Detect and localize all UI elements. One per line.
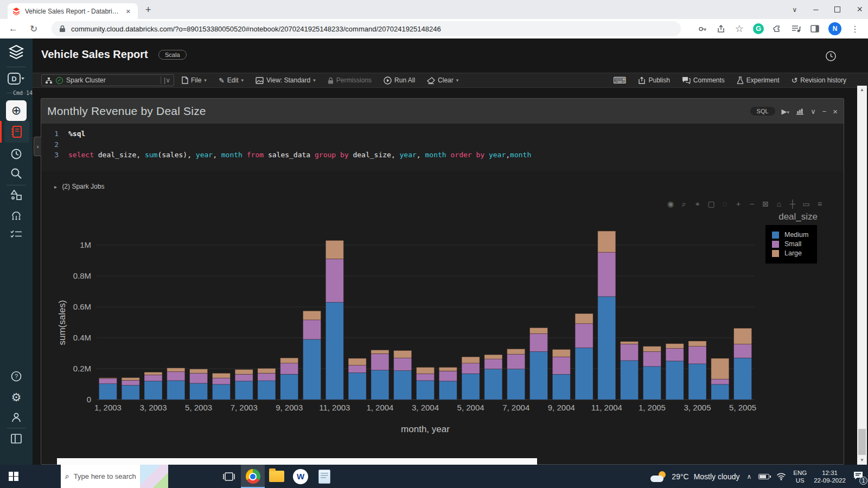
sidebar-item-recents[interactable] [0,148,33,160]
scrollbar[interactable]: ▲ ▼ [857,86,867,465]
window-maximize-button[interactable] [834,7,840,12]
shortcuts-keyboard-icon[interactable]: ⌨ [613,75,627,86]
view-menu[interactable]: View: Standard▾ [256,76,316,84]
spark-jobs-toggle[interactable]: ▸ (2) Spark Jobs [54,183,104,190]
svg-text:5, 2004: 5, 2004 [457,403,484,412]
browser-menu-dots-icon[interactable]: ⋮ [851,24,859,34]
publish-button[interactable]: Publish [638,76,669,84]
tab-close-icon[interactable]: × [126,7,131,15]
start-button[interactable] [0,465,27,488]
taskbar-chrome-button[interactable] [241,465,265,488]
databricks-logo-icon[interactable] [0,45,33,60]
workspace-switcher[interactable]: D [0,72,33,85]
back-icon[interactable]: ← [9,23,18,34]
cell-language-badge[interactable]: SQL [750,107,775,115]
cell-collapse-handle[interactable]: › [34,137,41,156]
chart-legend[interactable]: MediumSmallLarge [765,225,817,264]
notebook-cell: › Monthly Revenue by Deal Size SQL ▶▾ ∨ … [41,98,844,465]
zoom-icon[interactable]: ⌕ [680,200,688,209]
autoscale-icon[interactable]: ⊠ [761,200,770,209]
sidebar-item-settings[interactable]: ⚙ [0,391,33,404]
media-playlist-icon[interactable] [792,25,801,33]
visualization-icon[interactable] [796,108,804,115]
lasso-icon[interactable]: ◌ [720,200,729,209]
clock-date[interactable]: 12:3122-09-2022 [814,469,846,484]
spikelines-icon[interactable]: ┼ [788,200,797,209]
sidebar-collapse-toggle[interactable] [0,433,33,444]
clear-menu[interactable]: Clear▾ [427,76,458,84]
taskbar-weather[interactable]: 29°C Mostly cloudy [650,471,739,482]
profile-avatar[interactable]: N [828,22,841,35]
notebook-header: Vehicle Sales Report Scala [33,38,868,73]
window-minimize-button[interactable]: ─ [813,5,818,14]
experiment-button[interactable]: Experiment [737,76,780,84]
task-view-button[interactable] [217,465,241,488]
new-tab-button[interactable]: + [145,4,151,16]
reload-icon[interactable]: ↻ [30,23,37,35]
permissions-button[interactable]: Permissions [328,76,372,84]
sidebar-item-help[interactable]: ? [0,370,33,382]
sidebar-item-data[interactable] [0,189,33,201]
legend-swatch [772,250,779,257]
run-all-button[interactable]: Run All [384,76,415,85]
sidebar-item-notebook[interactable] [4,121,29,143]
sidebar-item-jobs[interactable] [0,229,33,240]
cell-close-icon[interactable]: × [833,107,838,116]
legend-item[interactable]: Large [772,249,812,257]
file-menu[interactable]: File▾ [182,76,207,84]
sidebar-divider [7,185,26,185]
legend-item[interactable]: Small [772,240,812,248]
scroll-down-icon[interactable]: ▼ [857,456,867,465]
taskbar-office-button[interactable]: W [289,465,312,488]
extensions-puzzle-icon[interactable] [773,24,782,34]
grammarly-extension-icon[interactable]: G [753,23,764,34]
edit-menu[interactable]: ✎ Edit▾ [219,76,244,85]
box-select-icon[interactable]: ▢ [707,200,716,209]
legend-item[interactable]: Medium [772,231,812,239]
last-edit-clock-icon[interactable] [825,50,837,64]
browser-tab[interactable]: Vehicle Sales Report - Databricks × [8,3,138,19]
cell-minimize-icon[interactable]: − [822,107,827,115]
battery-icon[interactable] [758,474,769,479]
camera-icon[interactable]: ◉ [666,200,675,209]
side-panel-icon[interactable] [810,24,819,33]
taskbar-notepad-button[interactable] [312,465,336,488]
password-key-icon[interactable] [698,24,707,34]
language-indicator[interactable]: ENGUS [793,469,807,484]
hover-closest-icon[interactable]: ▭ [802,200,810,209]
taskbar-explorer-button[interactable] [265,465,289,488]
reset-axes-icon[interactable]: ⌂ [775,200,783,209]
sidebar-item-account[interactable] [0,412,33,423]
sidebar-item-compute[interactable] [0,209,33,221]
tab-search-chevron-icon[interactable]: ∨ [792,6,797,14]
wifi-icon[interactable] [776,473,786,480]
cell-chevron-down-icon[interactable]: ∨ [810,107,816,115]
pan-icon[interactable]: ⌖ [693,200,702,209]
svg-text:7, 2003: 7, 2003 [231,403,258,412]
url-field[interactable]: community.cloud.databricks.com/?o=890153… [52,21,681,36]
code-editor[interactable]: 1%sql 2 3select deal_size, sum(sales), y… [41,124,844,171]
sidebar-item-create[interactable]: ⊕ [6,100,27,121]
comments-button[interactable]: Comments [682,76,725,84]
zoom-in-icon[interactable]: + [734,200,743,209]
bookmark-star-icon[interactable]: ☆ [735,23,744,35]
cluster-dropdown-icon[interactable]: |∨ [161,76,170,84]
tray-expand-icon[interactable]: ∧ [746,473,751,480]
action-center-button[interactable]: 1 [853,471,864,483]
scrollbar-thumb[interactable] [858,429,866,455]
cluster-selector[interactable]: ✓ Spark Cluster |∨ [41,74,174,86]
run-cell-button[interactable]: ▶▾ [782,107,790,115]
hover-compare-icon[interactable]: ≡ [815,200,824,209]
cell-title-bar[interactable]: Monthly Revenue by Deal Size SQL ▶▾ ∨ − … [41,99,844,124]
zoom-out-icon[interactable]: − [748,200,756,209]
revision-history-button[interactable]: ↺ Revision history [792,76,846,85]
sidebar-item-search[interactable] [0,168,33,179]
taskbar-search[interactable]: ⌕ Type here to search [61,465,168,488]
page-title: Vehicle Sales Report [41,48,148,61]
search-daily-image[interactable] [140,465,168,488]
language-badge[interactable]: Scala [158,50,187,60]
checklist-icon [10,229,23,240]
scroll-up-icon[interactable]: ▲ [857,86,867,94]
window-close-button[interactable]: × [857,4,863,15]
share-icon[interactable] [717,24,726,34]
